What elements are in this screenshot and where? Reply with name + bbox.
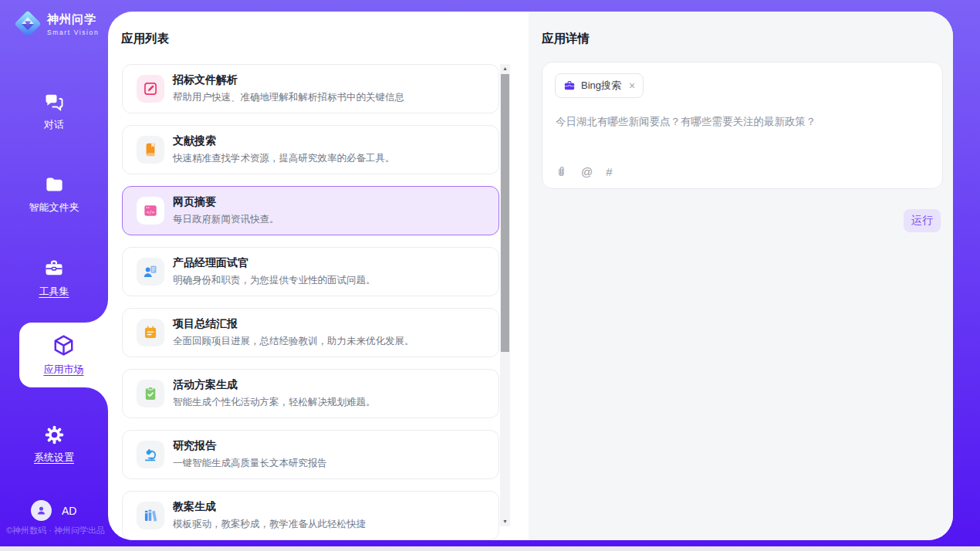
- app-card-text: 网页摘要 每日政府新闻资讯快查。: [173, 195, 279, 226]
- close-icon[interactable]: ×: [629, 79, 635, 92]
- app-card-text: 项目总结汇报 全面回顾项目进展，总结经验教训，助力未来优化发展。: [173, 317, 414, 348]
- app-card-title: 产品经理面试官: [173, 256, 376, 270]
- hash-icon[interactable]: #: [606, 165, 612, 178]
- sidebar-item-label: 工具集: [39, 285, 69, 299]
- app-list-title: 应用列表: [121, 31, 169, 47]
- app-card-title: 项目总结汇报: [173, 317, 414, 331]
- app-card[interactable]: </> 网页摘要 每日政府新闻资讯快查。: [122, 186, 499, 235]
- interviewer-icon: [137, 258, 164, 286]
- tab-fillet-top: [85, 299, 108, 323]
- scrollbar-thumb[interactable]: [501, 74, 509, 352]
- app-card[interactable]: 教案生成 模板驱动，教案秒成，教学准备从此轻松快捷: [122, 491, 499, 540]
- clipboard-check-icon: [137, 380, 164, 407]
- app-card-description: 全面回顾项目进展，总结经验教训，助力未来优化发展。: [173, 335, 414, 348]
- app-list: 招标文件解析 帮助用户快速、准确地理解和解析招标书中的关键信息 文献搜索 快速精…: [122, 64, 499, 540]
- app-card[interactable]: 招标文件解析 帮助用户快速、准确地理解和解析招标书中的关键信息: [122, 64, 499, 113]
- research-icon: [137, 441, 164, 468]
- avatar: [31, 500, 52, 521]
- scrollbar[interactable]: ▴ ▾: [500, 64, 510, 526]
- app-card-title: 招标文件解析: [173, 73, 404, 87]
- svg-text:</>: </>: [147, 210, 155, 215]
- app-card-description: 明确身份和职责，为您提供专业性的面试问题。: [173, 274, 376, 287]
- app-card-description: 一键智能生成高质量长文本研究报告: [173, 457, 327, 470]
- paperclip-icon[interactable]: [555, 165, 568, 178]
- app-card[interactable]: 产品经理面试官 明确身份和职责，为您提供专业性的面试问题。: [122, 247, 499, 296]
- app-card-text: 教案生成 模板驱动，教案秒成，教学准备从此轻松快捷: [173, 500, 366, 531]
- app-card[interactable]: 文献搜索 快速精准查找学术资源，提高研究效率的必备工具。: [122, 125, 499, 174]
- sidebar-nav: 对话 智能文件夹: [0, 0, 108, 546]
- app-card[interactable]: 活动方案生成 智能生成个性化活动方案，轻松解决规划难题。: [122, 369, 499, 418]
- sidebar-item-label: 应用市场: [44, 363, 84, 377]
- app-card-text: 研究报告 一键智能生成高质量长文本研究报告: [173, 439, 327, 470]
- app-card-title: 网页摘要: [173, 195, 279, 209]
- sidebar-item[interactable]: 对话: [0, 79, 108, 144]
- run-button[interactable]: 运行: [904, 209, 941, 232]
- copyright-footer: ©神州数码 · 神州问学出品: [6, 525, 105, 536]
- app-card-title: 文献搜索: [173, 134, 395, 148]
- app-card-description: 模板驱动，教案秒成，教学准备从此轻松快捷: [173, 518, 366, 531]
- app-card-title: 研究报告: [173, 439, 327, 453]
- user-name: AD: [62, 505, 76, 517]
- sidebar-item[interactable]: 智能文件夹: [0, 162, 108, 227]
- prompt-text[interactable]: 今日湖北有哪些新闻要点？有哪些需要关注的最新政策？: [556, 115, 930, 129]
- summary-icon: [137, 319, 164, 346]
- chat-icon: [43, 91, 65, 113]
- book-icon: [137, 136, 164, 164]
- app-window: 神州问学 Smart Vision 对话: [0, 0, 980, 551]
- user-account[interactable]: AD: [31, 500, 76, 521]
- webpage-icon: </>: [137, 197, 164, 225]
- sidebar-item[interactable]: 应用市场: [19, 323, 108, 387]
- toolbox-icon: [43, 258, 65, 279]
- app-card-description: 每日政府新闻资讯快查。: [173, 213, 279, 226]
- at-icon[interactable]: @: [581, 165, 593, 178]
- composer-toolbar: @ #: [555, 165, 613, 178]
- app-detail-title: 应用详情: [542, 31, 590, 47]
- person-icon: [35, 505, 47, 516]
- sidebar-item-label: 对话: [44, 118, 64, 132]
- tool-tag[interactable]: Bing搜索 ×: [555, 73, 644, 98]
- sidebar-item[interactable]: 系统设置: [0, 412, 108, 477]
- document-edit-icon: [137, 75, 164, 103]
- sidebar: 神州问学 Smart Vision 对话: [0, 0, 108, 546]
- app-frame: 神州问学 Smart Vision 对话: [0, 0, 980, 546]
- gear-icon: [44, 424, 65, 445]
- prompt-card: Bing搜索 × 今日湖北有哪些新闻要点？有哪些需要关注的最新政策？ @ #: [542, 62, 943, 189]
- app-card-description: 智能生成个性化活动方案，轻松解决规划难题。: [173, 396, 376, 409]
- app-list-panel: 应用列表 招标文件解析 帮助用户快速、准确地理解和解析招标书中的关键信息: [108, 12, 529, 540]
- cube-icon: [52, 333, 76, 357]
- sidebar-item-label: 智能文件夹: [29, 201, 79, 215]
- sidebar-item-label: 系统设置: [34, 451, 74, 465]
- briefcase-icon: [563, 79, 576, 92]
- books-icon: [137, 502, 164, 529]
- app-card-description: 快速精准查找学术资源，提高研究效率的必备工具。: [173, 152, 395, 165]
- app-card-text: 招标文件解析 帮助用户快速、准确地理解和解析招标书中的关键信息: [173, 73, 404, 104]
- content-area: 应用列表 招标文件解析 帮助用户快速、准确地理解和解析招标书中的关键信息: [108, 12, 953, 540]
- app-card-text: 产品经理面试官 明确身份和职责，为您提供专业性的面试问题。: [173, 256, 376, 287]
- app-detail-panel: 应用详情 Bing搜索 × 今日湖北有哪些新闻要点？有哪些需要关注的最新政策？ …: [529, 12, 953, 540]
- app-card-description: 帮助用户快速、准确地理解和解析招标书中的关键信息: [173, 91, 404, 104]
- folder-icon: [44, 174, 65, 195]
- app-card-text: 文献搜索 快速精准查找学术资源，提高研究效率的必备工具。: [173, 134, 395, 165]
- scroll-down-icon[interactable]: ▾: [500, 517, 510, 526]
- app-card-title: 活动方案生成: [173, 378, 376, 392]
- app-card[interactable]: 项目总结汇报 全面回顾项目进展，总结经验教训，助力未来优化发展。: [122, 308, 499, 357]
- app-card-title: 教案生成: [173, 500, 366, 514]
- tab-fillet-bottom: [85, 387, 108, 411]
- app-card[interactable]: 研究报告 一键智能生成高质量长文本研究报告: [122, 430, 499, 479]
- app-card-text: 活动方案生成 智能生成个性化活动方案，轻松解决规划难题。: [173, 378, 376, 409]
- scroll-up-icon[interactable]: ▴: [500, 64, 510, 73]
- tool-tag-label: Bing搜索: [581, 79, 621, 93]
